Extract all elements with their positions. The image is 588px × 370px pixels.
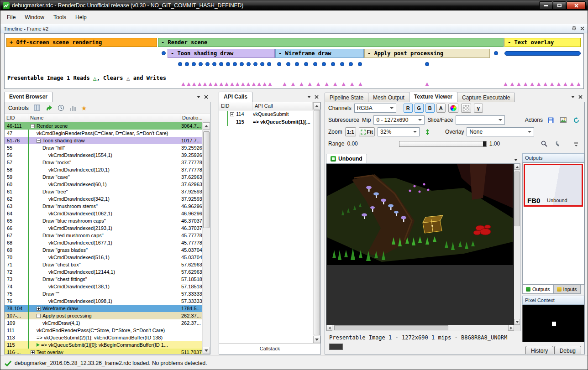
- write-marker-icon[interactable]: ▲: [315, 81, 321, 87]
- channel-b-button[interactable]: B: [425, 104, 435, 113]
- tab-pipeline-state[interactable]: Pipeline State: [325, 93, 368, 102]
- draw-call-dot[interactable]: [162, 51, 166, 55]
- draw-call-dot[interactable]: [219, 62, 223, 66]
- write-marker-icon[interactable]: ▲: [357, 81, 363, 87]
- draw-call-dot[interactable]: [233, 62, 237, 66]
- goto-eid-icon[interactable]: [46, 105, 52, 111]
- time-actions-clock-icon[interactable]: [58, 104, 64, 111]
- timeline-marker-offscreen[interactable]: + Off-screen scene rendering: [6, 38, 157, 47]
- debug-button[interactable]: Debug: [554, 346, 581, 354]
- text-overlay-draws-bar[interactable]: [504, 51, 581, 56]
- event-row[interactable]: 113=> vkQueueSubmit(2)[1]: vkEndCommandB…: [5, 334, 202, 341]
- event-row[interactable]: 78-104Wireframe draw1784.5...: [5, 305, 202, 312]
- texture-vertical-scrollbar[interactable]: [514, 164, 520, 325]
- event-row[interactable]: 63Draw "mushroom stems"46.96296: [5, 203, 202, 210]
- event-row[interactable]: 71Draw "chest box"57.62963: [5, 261, 202, 268]
- menu-help[interactable]: Help: [71, 12, 91, 23]
- event-row[interactable]: 76vkCmdDrawIndexed(1098,1)57.33333: [5, 297, 202, 305]
- column-header[interactable]: EID: [5, 114, 28, 122]
- scroll-thumb[interactable]: [314, 110, 320, 335]
- event-row[interactable]: 59Draw "cave"37.62963: [5, 173, 202, 181]
- event-row[interactable]: 62vkCmdDrawIndexed(342,1)37.92593: [5, 195, 202, 203]
- write-marker-icon[interactable]: ▲: [267, 81, 273, 87]
- tab-mesh-output[interactable]: Mesh Output: [368, 93, 410, 102]
- toolbar-overflow-button[interactable]: [571, 139, 581, 148]
- event-row[interactable]: 56vkCmdDrawIndexed(1554,1)39.25926: [5, 151, 202, 159]
- timeline-marker-wireframe[interactable]: - Wireframe draw: [275, 49, 364, 58]
- write-marker-icon[interactable]: ▲: [516, 81, 522, 87]
- channels-select[interactable]: RGBA: [354, 104, 396, 113]
- write-marker-icon[interactable]: ▲: [549, 81, 555, 87]
- scroll-thumb[interactable]: [203, 131, 210, 228]
- overlay-select[interactable]: None: [467, 127, 534, 136]
- autofit-range-button[interactable]: [552, 139, 562, 148]
- tab-capture-executable[interactable]: Capture Executable: [457, 93, 515, 102]
- draw-call-dot[interactable]: [277, 62, 281, 66]
- event-row[interactable]: 66vkCmdDrawIndexed(2193,1)46.37037: [5, 224, 202, 232]
- write-marker-icon[interactable]: ▲: [542, 81, 548, 87]
- draw-call-dot[interactable]: [260, 62, 264, 66]
- column-header[interactable]: API Call: [253, 102, 313, 110]
- draw-call-dot[interactable]: [494, 51, 498, 55]
- draw-call-dot[interactable]: [247, 62, 251, 66]
- event-row[interactable]: 68vkCmdDrawIndexed(1677,1)45.77778: [5, 239, 202, 246]
- write-marker-icon[interactable]: ▲: [536, 81, 542, 87]
- maximize-button[interactable]: [553, 1, 566, 10]
- channel-g-button[interactable]: G: [415, 104, 424, 113]
- panel-menu-icon[interactable]: [307, 96, 311, 98]
- draw-call-dot[interactable]: [313, 62, 317, 66]
- panel-close-icon[interactable]: [578, 95, 583, 99]
- event-row[interactable]: 109vkCmdDraw(4,1)262.37...: [5, 319, 202, 327]
- write-marker-icon[interactable]: ▲: [349, 81, 355, 87]
- menu-window[interactable]: Window: [20, 12, 49, 23]
- event-row[interactable]: 74vkCmdDrawIndexed(138,1)57.18518: [5, 283, 202, 290]
- open-texture-list-button[interactable]: [558, 115, 568, 125]
- expand-icon[interactable]: [230, 112, 234, 116]
- tab-unbound-texture[interactable]: Unbound: [326, 154, 367, 163]
- stats-chart-icon[interactable]: [69, 105, 76, 111]
- event-row[interactable]: 64vkCmdDrawIndexed(1062,1)46.96296: [5, 210, 202, 217]
- api-calls-scrollbar[interactable]: [313, 102, 320, 343]
- panel-close-icon[interactable]: [204, 95, 208, 99]
- titlebar[interactable]: debugmarker.rdc - RenderDoc Unofficial r…: [0, 0, 588, 10]
- write-marker-icon[interactable]: ▲: [562, 81, 568, 87]
- collapse-icon[interactable]: [31, 124, 35, 128]
- draw-call-dot[interactable]: [304, 62, 308, 66]
- draw-call-dot[interactable]: [340, 62, 344, 66]
- write-marker-icon[interactable]: ▲: [332, 81, 338, 87]
- scroll-down-button[interactable]: [313, 336, 320, 343]
- zoom-range-button[interactable]: [539, 139, 549, 148]
- write-marker-icon[interactable]: ▲: [576, 81, 582, 87]
- sliceface-select[interactable]: [456, 115, 505, 125]
- timeline-marker-toon[interactable]: - Toon shading draw: [168, 49, 275, 58]
- scroll-up-button[interactable]: [203, 122, 210, 130]
- collapse-icon[interactable]: [37, 139, 41, 143]
- event-row[interactable]: 57Draw "rocks"37.77778: [5, 159, 202, 166]
- write-marker-icon[interactable]: ▲: [569, 81, 575, 87]
- callstack-section[interactable]: Callstack: [219, 343, 320, 354]
- flip-y-button[interactable]: [422, 127, 432, 136]
- texture-tab-list-icon[interactable]: [514, 159, 518, 161]
- event-row[interactable]: 107-...Apply post processing262.37...: [5, 312, 202, 319]
- range-slider[interactable]: [399, 141, 487, 147]
- event-row[interactable]: 51-76Toon shading draw1017.7...: [5, 137, 202, 144]
- write-marker-icon[interactable]: ▲: [424, 81, 430, 87]
- zoom-select[interactable]: 32%: [378, 127, 420, 136]
- draw-call-dot[interactable]: [349, 62, 353, 66]
- timeline[interactable]: + Off-screen scene rendering - Render sc…: [4, 33, 584, 89]
- draw-call-dot[interactable]: [358, 62, 362, 66]
- event-row[interactable]: 58vkCmdDrawIndexed(120,1)37.77778: [5, 166, 202, 173]
- event-browser-scrollbar[interactable]: [202, 122, 210, 354]
- gamma-button[interactable]: γ: [474, 104, 483, 113]
- timeline-close-icon[interactable]: [580, 26, 584, 31]
- write-marker-icon[interactable]: ▲: [556, 81, 562, 87]
- menu-file[interactable]: File: [2, 12, 20, 23]
- scroll-thumb[interactable]: [334, 325, 448, 330]
- event-row[interactable]: 67Draw "red mushroom caps"45.77778: [5, 232, 202, 239]
- close-button[interactable]: [567, 1, 586, 10]
- pin-icon[interactable]: [572, 26, 577, 31]
- refresh-button[interactable]: [571, 115, 581, 125]
- write-marker-icon[interactable]: ▲: [341, 81, 346, 87]
- fit-button[interactable]: Fit: [359, 127, 375, 136]
- event-row[interactable]: 111vkCmdEndRenderPass(C=Store, D=Store, …: [5, 327, 202, 334]
